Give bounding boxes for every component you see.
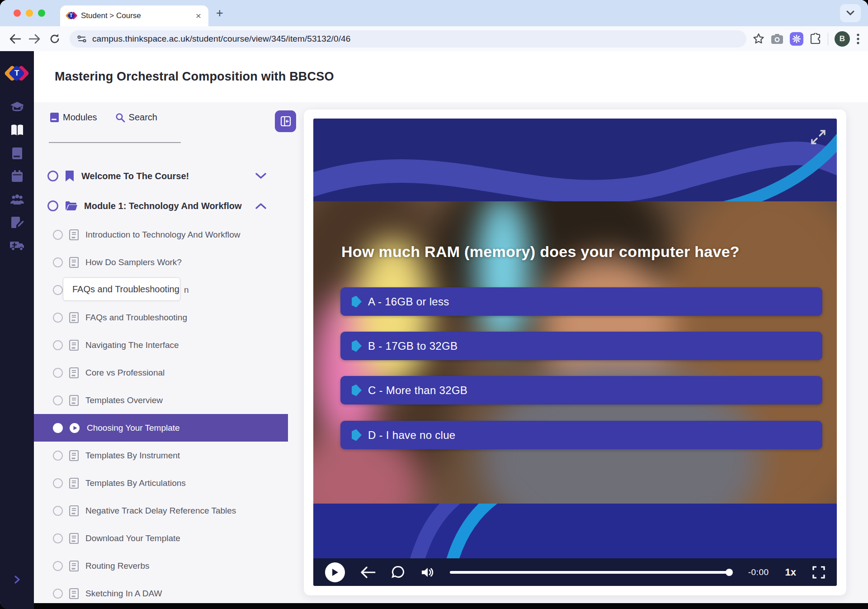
progress-circle [53, 257, 63, 267]
rail-item-academy[interactable] [7, 95, 28, 119]
toolbar-divider [828, 33, 828, 45]
lesson-row[interactable]: Core vs Professional [34, 359, 288, 386]
video-player[interactable]: How much RAM (memory) does your computer… [313, 119, 837, 586]
row-label: Choosing Your Template [87, 423, 180, 433]
rail-item-calendar[interactable] [7, 165, 28, 188]
row-label: FAQs and Troubleshooting [85, 313, 187, 323]
module-section-row[interactable]: Welcome To The Course! [34, 161, 288, 191]
comments-button[interactable] [391, 566, 406, 579]
rail-item-support[interactable] [7, 234, 28, 257]
player-controls: -0:00 1x [313, 558, 837, 586]
module-section-row[interactable]: Module 1: Technology And Workflow [34, 191, 288, 221]
rail-item-library[interactable] [7, 142, 28, 165]
bookmark-icon [65, 170, 75, 182]
bookmark-star-icon[interactable] [753, 33, 764, 44]
tab-search[interactable]: Search [115, 112, 157, 123]
seek-bar[interactable] [450, 571, 732, 574]
site-info-icon[interactable] [77, 34, 87, 43]
close-window-button[interactable] [14, 10, 21, 17]
expand-arrows-icon [810, 128, 827, 146]
playback-speed-button[interactable]: 1x [785, 566, 796, 578]
lesson-row[interactable]: Templates By Instrument [34, 442, 288, 469]
reload-icon [49, 33, 60, 44]
pinned-extension-icon[interactable] [790, 32, 803, 46]
extensions-puzzle-icon[interactable] [810, 33, 821, 45]
browser-menu-icon[interactable] [856, 33, 860, 45]
camera-icon[interactable] [771, 33, 783, 44]
minimize-window-button[interactable] [26, 10, 33, 17]
seek-knob[interactable] [726, 569, 733, 576]
quiz-option-c[interactable]: C - More than 32GB [340, 376, 822, 404]
browser-window: T Student > Course × + campus.thinkspace… [0, 0, 868, 609]
rail-item-assignments[interactable] [7, 211, 28, 234]
lesson-doc-icon [69, 340, 79, 351]
row-label: Download Your Template [85, 533, 180, 543]
browser-tab[interactable]: T Student > Course × [60, 5, 208, 26]
address-bar[interactable]: campus.thinkspace.ac.uk/student/course/v… [70, 30, 746, 48]
previous-button[interactable] [360, 566, 376, 578]
module-list: Welcome To The Course!Module 1: Technolo… [34, 161, 288, 607]
reload-button[interactable] [46, 30, 63, 48]
new-tab-button[interactable]: + [216, 6, 223, 20]
people-icon [9, 194, 25, 205]
quiz-option-d[interactable]: D - I have no clue [340, 421, 822, 449]
section-chevron[interactable] [255, 173, 266, 179]
calendar-icon [11, 170, 24, 183]
book-icon [50, 112, 59, 123]
rail-item-courses-active[interactable] [7, 119, 28, 142]
page-title: Mastering Orchestral Composition with BB… [55, 70, 334, 84]
browser-toolbar: campus.thinkspace.ac.uk/student/course/v… [0, 26, 868, 51]
quiz-option-b[interactable]: B - 17GB to 32GB [340, 332, 822, 360]
expand-slide-button[interactable] [810, 128, 827, 147]
forward-button[interactable] [26, 30, 43, 48]
tab-title: Student > Course [81, 11, 195, 20]
course-header: Mastering Orchestral Composition with BB… [34, 51, 868, 102]
lesson-row[interactable]: Routing Reverbs [34, 552, 288, 580]
lesson-row[interactable]: Choosing Your Template [34, 414, 288, 442]
traffic-lights [14, 10, 45, 17]
lesson-row[interactable]: Introduction to Technology And Workflow [34, 221, 288, 248]
thinkspace-logo[interactable]: T [7, 63, 28, 84]
progress-circle [53, 451, 63, 461]
tab-close-icon[interactable]: × [195, 10, 202, 21]
lesson-row[interactable]: Download Your Template [34, 524, 288, 552]
lesson-row[interactable]: Templates Overview [34, 386, 288, 414]
lesson-doc-icon [69, 561, 79, 571]
search-icon [115, 113, 125, 123]
rail-item-community[interactable] [7, 188, 28, 211]
progress-circle [53, 340, 63, 350]
lesson-row[interactable]: FAQs and Troubleshooting [34, 304, 288, 331]
volume-button[interactable] [421, 566, 434, 578]
play-button[interactable] [325, 562, 345, 582]
rail-expand-button[interactable] [0, 575, 34, 584]
lesson-row[interactable]: FAQs and Troubleshootingn [34, 276, 288, 304]
collapse-panel-button[interactable] [275, 110, 296, 132]
progress-circle [53, 506, 63, 516]
fullscreen-button[interactable] [812, 566, 825, 579]
site-favicon-icon: T [66, 11, 76, 21]
hover-tooltip: FAQs and Troubleshooting [63, 277, 180, 301]
row-label: Negative Track Delay Reference Tables [85, 506, 236, 516]
row-label: Introduction to Technology And Workflow [85, 230, 241, 240]
fullscreen-icon [812, 566, 825, 579]
back-button[interactable] [6, 30, 24, 48]
tab-modules[interactable]: Modules [50, 112, 97, 123]
section-chevron[interactable] [255, 203, 266, 209]
zoom-window-button[interactable] [38, 10, 45, 17]
lesson-doc-icon [69, 257, 79, 268]
tab-strip: T Student > Course × + [0, 0, 868, 26]
progress-circle [53, 230, 63, 240]
lesson-row[interactable]: Navigating The Interface [34, 331, 288, 359]
profile-avatar[interactable]: B [835, 31, 850, 47]
progress-circle [53, 423, 63, 433]
quiz-option-a[interactable]: A - 16GB or less [340, 287, 822, 316]
lesson-row[interactable]: How Do Samplers Work? [34, 248, 288, 276]
lesson-row[interactable]: Templates By Articulations [34, 469, 288, 497]
option-label: D - I have no clue [368, 429, 456, 442]
tab-search-button[interactable] [840, 4, 861, 22]
lesson-row[interactable]: Negative Track Delay Reference Tables [34, 497, 288, 524]
option-marker-icon [352, 385, 362, 396]
row-label: Templates By Articulations [85, 478, 186, 488]
tab-search-label: Search [129, 112, 157, 123]
back-arrow-icon [360, 566, 376, 578]
